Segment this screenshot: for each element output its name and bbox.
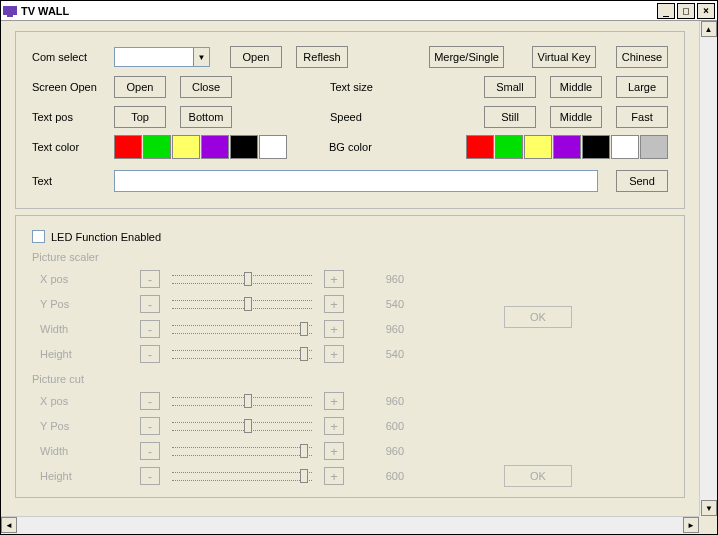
scaler-slider-0[interactable]: [172, 269, 312, 289]
chinese-button[interactable]: Chinese: [616, 46, 668, 68]
cut-label-3: Height: [32, 470, 92, 482]
app-icon: [3, 5, 17, 17]
large-button[interactable]: Large: [616, 76, 668, 98]
text-color-swatch-5[interactable]: [259, 135, 287, 159]
cut-plus-3[interactable]: +: [324, 467, 344, 485]
scroll-down-button[interactable]: ▼: [701, 500, 717, 516]
scroll-right-button[interactable]: ►: [683, 517, 699, 533]
scaler-slider-3[interactable]: [172, 344, 312, 364]
cut-row-2: Width-+960: [32, 439, 404, 463]
scaler-value-1: 540: [364, 298, 404, 310]
still-button[interactable]: Still: [484, 106, 536, 128]
scaler-label-0: X pos: [32, 273, 92, 285]
bg-color-swatch-3[interactable]: [553, 135, 581, 159]
cut-ok-button[interactable]: OK: [504, 465, 572, 487]
maximize-button[interactable]: □: [677, 3, 695, 19]
com-select-dropdown[interactable]: ▼: [114, 47, 210, 67]
screen-open-button[interactable]: Open: [114, 76, 166, 98]
scaler-rows: X pos-+960Y Pos-+540Width-+960Height-+54…: [32, 267, 404, 367]
scaler-value-3: 540: [364, 348, 404, 360]
scaler-minus-0[interactable]: -: [140, 270, 160, 288]
titlebar: TV WALL _ □ ×: [1, 1, 717, 21]
content: Com select ▼ Open Reflesh Merge/Single V…: [1, 21, 699, 516]
merge-single-button[interactable]: Merge/Single: [429, 46, 504, 68]
bg-color-label: BG color: [329, 141, 389, 153]
bg-color-swatch-4[interactable]: [582, 135, 610, 159]
middle-size-button[interactable]: Middle: [550, 76, 602, 98]
scaler-row-2: Width-+960: [32, 317, 404, 341]
cut-plus-1[interactable]: +: [324, 417, 344, 435]
bg-color-swatch-2[interactable]: [524, 135, 552, 159]
cut-value-3: 600: [364, 470, 404, 482]
text-color-swatch-4[interactable]: [230, 135, 258, 159]
cut-minus-2[interactable]: -: [140, 442, 160, 460]
scaler-minus-1[interactable]: -: [140, 295, 160, 313]
cut-slider-1[interactable]: [172, 416, 312, 436]
picture-cut-label: Picture cut: [32, 373, 668, 385]
fast-button[interactable]: Fast: [616, 106, 668, 128]
scaler-ok-button[interactable]: OK: [504, 306, 572, 328]
cut-value-0: 960: [364, 395, 404, 407]
bg-color-swatches: [466, 135, 668, 159]
scaler-minus-2[interactable]: -: [140, 320, 160, 338]
scroll-left-button[interactable]: ◄: [1, 517, 17, 533]
scaler-plus-2[interactable]: +: [324, 320, 344, 338]
cut-row-1: Y Pos-+600: [32, 414, 404, 438]
scaler-row-1: Y Pos-+540: [32, 292, 404, 316]
top-button[interactable]: Top: [114, 106, 166, 128]
small-button[interactable]: Small: [484, 76, 536, 98]
picture-scaler-label: Picture scaler: [32, 251, 668, 263]
cut-slider-3[interactable]: [172, 466, 312, 486]
cut-minus-0[interactable]: -: [140, 392, 160, 410]
text-color-swatch-0[interactable]: [114, 135, 142, 159]
cut-slider-0[interactable]: [172, 391, 312, 411]
text-color-swatch-3[interactable]: [201, 135, 229, 159]
bg-color-swatch-0[interactable]: [466, 135, 494, 159]
scroll-up-button[interactable]: ▲: [701, 21, 717, 37]
horizontal-scrollbar[interactable]: ◄ ►: [1, 516, 699, 534]
dropdown-arrow-icon[interactable]: ▼: [193, 48, 209, 66]
app-window: TV WALL _ □ × Com select ▼ Open Reflesh …: [0, 0, 718, 535]
text-color-swatch-1[interactable]: [143, 135, 171, 159]
cut-slider-2[interactable]: [172, 441, 312, 461]
cut-minus-1[interactable]: -: [140, 417, 160, 435]
text-color-swatch-2[interactable]: [172, 135, 200, 159]
bg-color-swatch-6[interactable]: [640, 135, 668, 159]
bg-color-swatch-5[interactable]: [611, 135, 639, 159]
middle-speed-button[interactable]: Middle: [550, 106, 602, 128]
screen-close-button[interactable]: Close: [180, 76, 232, 98]
bottom-button[interactable]: Bottom: [180, 106, 232, 128]
led-enabled-checkbox[interactable]: [32, 230, 45, 243]
open-port-button[interactable]: Open: [230, 46, 282, 68]
cut-row-0: X pos-+960: [32, 389, 404, 413]
cut-minus-3[interactable]: -: [140, 467, 160, 485]
cut-plus-0[interactable]: +: [324, 392, 344, 410]
scroll-corner: [699, 516, 717, 534]
cut-label-0: X pos: [32, 395, 92, 407]
cut-rows: X pos-+960Y Pos-+600Width-+960Height-+60…: [32, 389, 404, 489]
scaler-slider-1[interactable]: [172, 294, 312, 314]
scaler-label-3: Height: [32, 348, 92, 360]
vertical-scrollbar[interactable]: ▲ ▼: [699, 21, 717, 516]
scaler-slider-2[interactable]: [172, 319, 312, 339]
scaler-plus-3[interactable]: +: [324, 345, 344, 363]
text-color-swatches: [114, 135, 287, 159]
close-button[interactable]: ×: [697, 3, 715, 19]
cut-label-1: Y Pos: [32, 420, 92, 432]
scaler-minus-3[interactable]: -: [140, 345, 160, 363]
window-controls: _ □ ×: [657, 3, 715, 19]
virtual-key-button[interactable]: Virtual Key: [532, 46, 596, 68]
scaler-plus-1[interactable]: +: [324, 295, 344, 313]
scaler-value-0: 960: [364, 273, 404, 285]
scaler-plus-0[interactable]: +: [324, 270, 344, 288]
text-color-label: Text color: [32, 141, 110, 153]
led-panel: LED Function Enabled Picture scaler X po…: [15, 215, 685, 498]
com-select-label: Com select: [32, 51, 110, 63]
reflesh-button[interactable]: Reflesh: [296, 46, 348, 68]
minimize-button[interactable]: _: [657, 3, 675, 19]
send-button[interactable]: Send: [616, 170, 668, 192]
cut-plus-2[interactable]: +: [324, 442, 344, 460]
bg-color-swatch-1[interactable]: [495, 135, 523, 159]
text-input[interactable]: [114, 170, 598, 192]
scaler-value-2: 960: [364, 323, 404, 335]
